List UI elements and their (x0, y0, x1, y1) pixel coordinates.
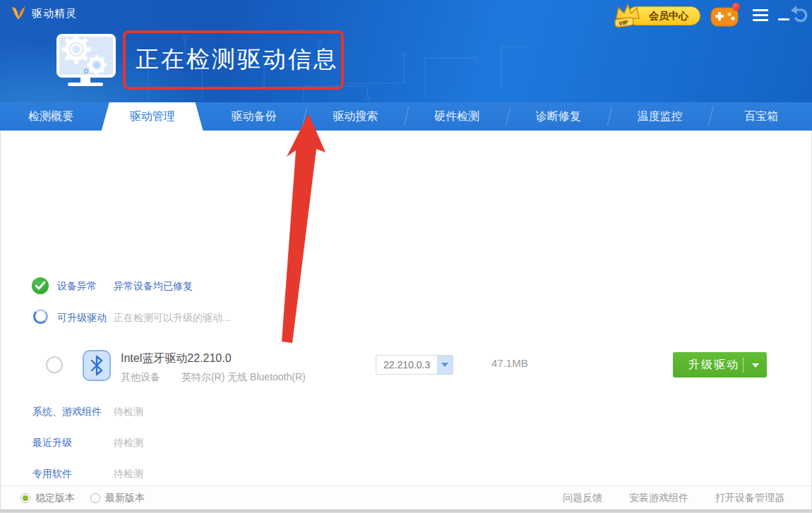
version-channel-radios: 稳定版本 最新版本 (20, 486, 145, 510)
section-dedicated-software: 专用软件 (32, 468, 72, 481)
tab-diagnose-repair[interactable]: 诊断修复 (508, 102, 609, 131)
app-title: 驱动精灵 (32, 7, 77, 20)
section-recent-upgrades: 最近升级 (32, 437, 72, 449)
status-label-device-abnormal: 设备异常 (57, 280, 97, 293)
driver-device: 英特尔(R) 无线 Bluetooth(R) (181, 371, 306, 382)
driver-category: 其他设备 (121, 371, 160, 382)
app-window: 驱动精灵 VIP 会员中心 (0, 0, 812, 513)
radio-selected-icon (20, 493, 30, 503)
tab-hardware-detect[interactable]: 硬件检测 (406, 102, 508, 131)
vip-center-label: 会员中心 (649, 10, 688, 23)
tab-temperature-monitor[interactable]: 温度监控 (609, 102, 711, 131)
tab-driver-management[interactable]: 驱动管理 (102, 102, 203, 131)
page-title: 正在检测驱动信息 (136, 44, 339, 76)
tab-driver-search[interactable]: 驱动搜索 (304, 102, 406, 131)
tab-driver-backup[interactable]: 驱动备份 (203, 102, 305, 131)
status-label-upgradable: 可升级驱动 (57, 312, 107, 325)
section-system-game-components: 系统、游戏组件 (32, 406, 102, 418)
app-logo: 驱动精灵 (10, 6, 77, 21)
status-detail-repaired-link[interactable]: 异常设备均已修复 (114, 280, 193, 293)
upgrade-driver-label: 升级驱动 (688, 358, 739, 373)
version-dropdown[interactable]: 22.210.0.3 (376, 355, 453, 375)
link-feedback[interactable]: 问题反馈 (563, 492, 602, 505)
link-open-device-manager[interactable]: 打开设备管理器 (715, 492, 784, 505)
spinner-icon (33, 309, 48, 324)
link-install-game-components[interactable]: 安装游戏组件 (629, 492, 688, 505)
menu-icon[interactable] (753, 9, 768, 24)
main-tabbar: 检测概要 驱动管理 驱动备份 驱动搜索 硬件检测 诊断修复 温度监控 百宝箱 (0, 102, 812, 131)
status-detail-scanning: 正在检测可以升级的驱动... (114, 312, 231, 325)
bluetooth-icon (83, 350, 111, 381)
content-area: 设备异常 异常设备均已修复 可升级驱动 正在检测可以升级的驱动... Intel… (1, 131, 811, 485)
upgrade-driver-button[interactable]: 升级驱动 (673, 352, 767, 378)
section-status: 待检测 (114, 437, 143, 449)
version-value: 22.210.0.3 (383, 359, 430, 370)
upgrade-options-caret-icon[interactable] (752, 363, 759, 368)
window-bottom-edge (0, 509, 812, 513)
header-banner: 驱动精灵 VIP 会员中心 (0, 0, 812, 102)
driver-select-checkbox[interactable] (46, 356, 63, 373)
section-status: 待检测 (114, 406, 143, 418)
driver-subtitle: 其他设备 英特尔(R) 无线 Bluetooth(R) (121, 371, 306, 384)
monitor-gears-icon (47, 28, 121, 97)
section-status: 待检测 (114, 468, 143, 481)
logo-icon (10, 6, 27, 21)
tab-toolbox[interactable]: 百宝箱 (710, 102, 812, 131)
game-center-button[interactable] (710, 5, 739, 28)
footer-bar: 稳定版本 最新版本 问题反馈 安装游戏组件 打开设备管理器 (1, 485, 811, 509)
driver-name: Intel蓝牙驱动22.210.0 (121, 351, 232, 366)
footer-links: 问题反馈 安装游戏组件 打开设备管理器 (563, 486, 784, 510)
svg-text:VIP: VIP (619, 19, 629, 27)
radio-unselected-icon (90, 493, 100, 503)
vip-center-button[interactable]: VIP 会员中心 (627, 6, 700, 25)
tab-detect-summary[interactable]: 检测概要 (0, 102, 102, 131)
dropdown-caret-icon[interactable] (437, 356, 453, 374)
check-icon (32, 277, 49, 294)
crown-vip-icon: VIP (611, 1, 642, 30)
driver-size: 47.1MB (491, 357, 528, 369)
radio-stable-version[interactable]: 稳定版本 (20, 492, 75, 505)
titlebar: 驱动精灵 VIP 会员中心 (0, 0, 812, 28)
undo-icon[interactable] (788, 4, 812, 28)
notification-dot (732, 3, 740, 11)
radio-latest-version[interactable]: 最新版本 (90, 492, 145, 505)
